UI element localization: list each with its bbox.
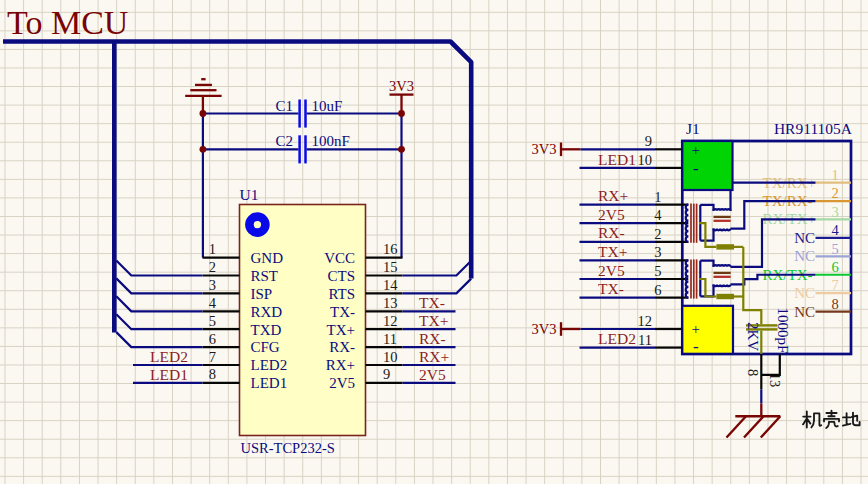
u1-pin-11-name: RX- [329, 339, 355, 355]
capacitor-c2[interactable]: C2 100nF [275, 133, 349, 163]
glyph-stroke-2 [811, 413, 821, 427]
u1-pin-9-name: 2V5 [329, 375, 355, 391]
power-port-3v3-j1-12-label: 3V3 [532, 321, 557, 337]
net-label-j1-11: LED2 [598, 330, 636, 347]
chassis-hatch-3 [761, 416, 781, 437]
net-label-led1: LED1 [150, 366, 188, 383]
net-label-j1-1: RX+ [598, 187, 628, 204]
j1-yellow-led[interactable] [682, 306, 733, 354]
bus-entry-cts[interactable] [403, 261, 472, 276]
u1-pin-7-number: 7 [209, 349, 216, 365]
rx-magnetics-top-left-link[interactable] [700, 261, 713, 267]
shield-pin-8-number: 8 [745, 369, 761, 376]
yellow-led-plus: + [692, 321, 700, 337]
net-label-j1-4: 2V5 [598, 206, 625, 223]
u1-pin-12-name: TX+ [327, 322, 355, 338]
tx-magnetics-bottom-winding[interactable] [714, 229, 731, 231]
glyph-ke [824, 411, 839, 428]
tx-magnetics-bottom-left-link[interactable] [700, 229, 713, 241]
j1-pin-10-number: 10 [638, 152, 653, 168]
j1-pin-r5-nc-label: NC [794, 248, 815, 264]
net-label-j1-6: TX- [598, 280, 624, 297]
u1-body[interactable] [240, 205, 366, 436]
shield-pin-13-number: 13 [767, 373, 783, 388]
j1-pin-r4-nc-label: NC [794, 230, 815, 246]
j1-green-led[interactable] [682, 141, 732, 190]
c1-value: 10uF [312, 98, 343, 114]
tx-magnetics-terminating-resistor[interactable] [716, 244, 734, 249]
glyph-di [843, 413, 860, 426]
bus-entry-u1-pin6[interactable] [116, 332, 202, 347]
u1-pin-14-number: 14 [383, 277, 398, 293]
u1-pin-14-name: RTS [328, 286, 355, 302]
glyph-ji [803, 411, 821, 427]
power-port-3v3-j1-9-label: 3V3 [532, 141, 557, 157]
u1-pin-5-name: TXD [251, 322, 282, 338]
j1-component[interactable]: J1 HR911105A + - + - 93V310LED11RX+42V52… [532, 120, 853, 357]
u1-pin-6-number: 6 [209, 331, 216, 347]
c2-designator: C2 [275, 133, 293, 149]
u1-pin-4-number: 4 [209, 295, 217, 311]
j1-pin-r2-number: 2 [832, 185, 839, 201]
u1-pin-3-name: ISP [251, 286, 273, 302]
chassis-ground-symbol[interactable] [727, 416, 781, 437]
u1-pin-1-name: GND [251, 250, 284, 266]
j1-pin-12-number: 12 [638, 313, 653, 329]
earth-ground-symbol[interactable] [185, 79, 221, 113]
j1-pin-11-number: 11 [638, 332, 652, 348]
j1-part-number: HR911105A [774, 120, 853, 137]
j1-pin-3-number: 3 [654, 244, 661, 260]
bus-entry-u1-pin3[interactable] [116, 278, 202, 293]
u1-pin-15-name: CTS [327, 268, 355, 284]
tx-magnetics-top-left-link[interactable] [700, 205, 713, 211]
net-label-j1-5: 2V5 [598, 262, 625, 279]
u1-pin-1-number: 1 [209, 241, 216, 257]
rx-magnetics-bottom-winding[interactable] [714, 284, 731, 286]
net-label-j1-3: TX+ [598, 243, 627, 260]
j1-shield-pins[interactable]: 8 13 [745, 354, 783, 416]
u1-pin-16-number: 16 [383, 241, 398, 257]
u1-pin-12-number: 12 [383, 313, 398, 329]
power-port-3v3-top[interactable]: 3V3 [389, 78, 414, 114]
u1-pin-8-number: 8 [209, 366, 216, 382]
u1-part-name: USR-TCP232-S [241, 440, 335, 456]
u1-pin-8-name: LED1 [251, 375, 288, 391]
j1-pin-r1-number: 1 [832, 167, 839, 183]
j1-designator: J1 [686, 120, 700, 137]
cap-voltage-label: 2KV [745, 322, 761, 351]
cap-value-label: 1000pF [775, 308, 791, 354]
u1-pin-13-name: TX- [330, 304, 355, 320]
shield-pin-13-stub[interactable] [761, 354, 780, 375]
green-led-minus: - [693, 159, 699, 178]
u1-pin-15-number: 15 [383, 259, 398, 275]
glyph-stroke-5 [826, 422, 838, 428]
cap-feed-wire[interactable] [743, 247, 761, 324]
c2-value: 100nF [312, 133, 350, 149]
u1-pin-10-number: 10 [383, 349, 398, 365]
u1-pin-10-name: RX+ [326, 357, 355, 373]
schematic-canvas: To MCU 3V3 C1 10uF C2 100nF [0, 0, 868, 484]
bus-entry-u1-pin5[interactable] [116, 314, 202, 329]
u1-pin-9-number: 9 [383, 366, 390, 382]
schematic-drawing: To MCU 3V3 C1 10uF C2 100nF [0, 0, 868, 484]
u1-pin-2-name: RST [251, 268, 279, 284]
j1-pin-5-number: 5 [654, 263, 661, 279]
bus-entry-u1-pin2[interactable] [116, 261, 202, 276]
rx-magnetics-terminating-resistor[interactable] [716, 294, 734, 299]
j1-pin-1-number: 1 [654, 189, 661, 205]
u1-pin-11-number: 11 [383, 331, 397, 347]
protection-cap-2kv[interactable]: 2KV 1000pF [743, 247, 791, 354]
rx-magnetics-bottom-left-link[interactable] [700, 284, 713, 296]
u1-component[interactable]: U1 USR-TCP232-S 1GND2RST3ISP4RXD5TXD6CFG… [203, 186, 403, 456]
green-led-plus: + [692, 142, 700, 158]
u1-pin-7-name: LED2 [251, 357, 288, 373]
yellow-led-minus: - [693, 337, 699, 356]
tx-magnetics-top-winding[interactable] [714, 209, 731, 211]
u1-pin-6-name: CFG [251, 339, 280, 355]
rx-magnetics-top-winding[interactable] [714, 265, 731, 267]
u1-pin-13-number: 13 [383, 295, 398, 311]
bus-entry-u1-pin4[interactable] [116, 296, 202, 311]
j1-pin-r8-nc-label: NC [794, 304, 815, 320]
u1-pin-3-number: 3 [209, 277, 216, 293]
bus-entry-rts[interactable] [403, 279, 472, 294]
